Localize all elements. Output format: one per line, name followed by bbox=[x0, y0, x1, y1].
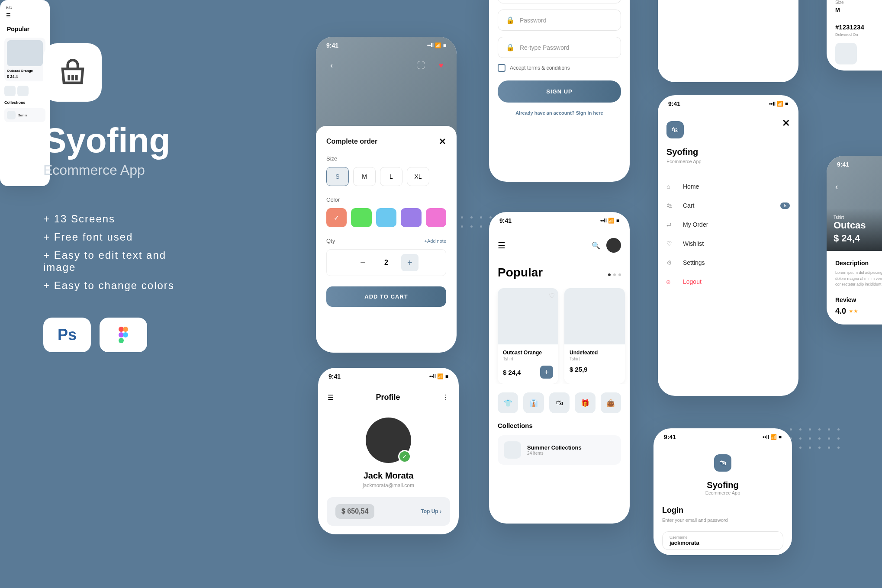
add-note-link[interactable]: +Add note bbox=[425, 238, 446, 244]
phone-login: 9:41 ••ll 📶 ■ 🛍 Syofing Ecommerce App Lo… bbox=[653, 428, 792, 555]
qty-label: Qty bbox=[326, 238, 335, 244]
popover-title: Popular bbox=[7, 26, 43, 32]
phone-cart: Blue Light Watch Accecories $ 56,2 Skull… bbox=[658, 0, 798, 82]
menu-item-order[interactable]: ⇄My Order bbox=[658, 215, 798, 234]
photoshop-badge: Ps bbox=[43, 318, 91, 352]
retype-placeholder: Re-type Password bbox=[520, 44, 569, 51]
swap-icon: ⇄ bbox=[666, 221, 675, 228]
cart-item[interactable]: Skull Peace Tshirt $ 21,1 bbox=[731, 0, 794, 4]
order-sheet: Complete order ✕ Size S M L XL Color ✓ Q… bbox=[316, 126, 457, 317]
search-icon[interactable]: 🔍 bbox=[592, 241, 600, 250]
collection-card[interactable]: Summer Collections 24 items bbox=[498, 435, 621, 465]
cart-badge: 5 bbox=[780, 202, 790, 209]
username-field[interactable]: Username jackmorata bbox=[662, 531, 783, 550]
menu-item-cart[interactable]: 🛍Cart5 bbox=[658, 196, 798, 215]
login-logo: 🛍 bbox=[714, 454, 731, 472]
collection-name: Summer Collections bbox=[527, 444, 582, 451]
pagination-dots bbox=[608, 273, 621, 276]
popular-title: Popular bbox=[489, 261, 551, 288]
login-brand: Syofing bbox=[653, 480, 792, 490]
product-category: Tshirt bbox=[570, 357, 620, 361]
category-icon[interactable]: 🎁 bbox=[575, 392, 595, 413]
username-label: Username bbox=[670, 535, 776, 540]
cart-item[interactable]: Blue Light Watch Accecories $ 56,2 bbox=[663, 0, 725, 4]
signin-link-row: Already have an account? Sign in here bbox=[498, 110, 621, 116]
category-icon[interactable]: 👕 bbox=[498, 392, 518, 413]
menu-item-home[interactable]: ⌂Home bbox=[658, 177, 798, 196]
product-card[interactable]: Undefeated Tshirt $ 25,9 bbox=[564, 288, 625, 384]
qty-minus-button[interactable]: − bbox=[354, 254, 371, 271]
add-to-cart-button[interactable]: ADD TO CART bbox=[326, 286, 446, 307]
category-icon[interactable] bbox=[4, 86, 16, 96]
color-swatch[interactable] bbox=[376, 208, 396, 227]
tool-badges: Ps bbox=[43, 318, 195, 352]
menu-item-settings[interactable]: ⚙Settings bbox=[658, 253, 798, 272]
size-value: M bbox=[827, 5, 882, 15]
color-swatch[interactable] bbox=[401, 208, 421, 227]
phone-popular: 9:41 ••ll 📶 ■ ☰ 🔍 Popular ♡ Outcast Oran… bbox=[489, 212, 630, 524]
back-button[interactable]: ‹ bbox=[325, 58, 338, 72]
color-swatch[interactable]: ✓ bbox=[326, 208, 347, 227]
profile-title: Profile bbox=[376, 393, 400, 402]
close-icon[interactable]: ✕ bbox=[782, 118, 790, 129]
login-subtitle: Ecommerce App bbox=[653, 490, 792, 495]
size-option-xl[interactable]: XL bbox=[407, 167, 429, 186]
email-field[interactable]: @ Email bbox=[498, 0, 621, 3]
retype-password-field[interactable]: 🔒 Re-type Password bbox=[498, 37, 621, 58]
menu-item-wishlist[interactable]: ♡Wishlist bbox=[658, 234, 798, 253]
password-field[interactable]: 🔒 Password bbox=[498, 10, 621, 31]
status-bar: 9:41 ••ll 📶 ■ bbox=[316, 37, 457, 54]
order-status: Delivered On bbox=[827, 32, 882, 37]
menu-icon[interactable]: ☰ bbox=[498, 240, 505, 251]
size-option-m[interactable]: M bbox=[353, 167, 376, 186]
color-swatch[interactable] bbox=[351, 208, 371, 227]
back-button[interactable]: ‹ bbox=[835, 182, 838, 192]
expand-icon[interactable]: ⛶ bbox=[414, 58, 428, 72]
status-bar: 9:41 ••ll 📶 ■ bbox=[653, 428, 792, 446]
heart-icon[interactable]: ♡ bbox=[549, 292, 555, 300]
category-icon[interactable] bbox=[17, 86, 29, 96]
login-title: Login bbox=[653, 506, 792, 517]
terms-checkbox[interactable] bbox=[498, 64, 505, 72]
star-icons: ★★ bbox=[849, 308, 858, 314]
color-swatch[interactable] bbox=[426, 208, 446, 227]
menu-subtitle: Ecommerce App bbox=[658, 159, 798, 177]
menu-item-logout[interactable]: ⎋Logout bbox=[658, 272, 798, 291]
size-option-l[interactable]: L bbox=[380, 167, 402, 186]
menu-logo: 🛍 bbox=[666, 121, 684, 138]
signin-link[interactable]: Sign in here bbox=[576, 110, 603, 116]
order-id: #1231234 bbox=[827, 15, 882, 32]
size-option-s[interactable]: S bbox=[326, 167, 349, 186]
rating-value: 4.0 bbox=[835, 307, 846, 316]
heart-icon[interactable]: ♥ bbox=[434, 58, 448, 72]
avatar[interactable] bbox=[606, 238, 621, 253]
username-value: jackmorata bbox=[670, 540, 776, 546]
category-icon[interactable]: 🛍 bbox=[549, 392, 570, 413]
collection-image bbox=[504, 441, 521, 459]
collection-card[interactable]: Summ bbox=[4, 108, 45, 122]
topup-link[interactable]: Top Up › bbox=[421, 508, 441, 514]
color-label: Color bbox=[326, 196, 446, 203]
gear-icon: ⚙ bbox=[666, 259, 675, 266]
menu-icon[interactable]: ☰ bbox=[328, 393, 334, 402]
product-card[interactable]: ♡ Outcast Orange Tshirt $ 24,4 + bbox=[498, 288, 558, 384]
popover-product[interactable]: Outcast Orange $ 24,4 bbox=[4, 38, 45, 81]
product-hero: 9:41 ‹ Tshirt Outcas $ 24,4 bbox=[827, 156, 882, 251]
lock-icon: 🔒 bbox=[506, 16, 515, 24]
profile-avatar[interactable]: ✓ bbox=[366, 418, 411, 463]
login-description: Enter your email and password bbox=[653, 517, 792, 531]
product-price: $ 25,9 bbox=[570, 366, 588, 373]
category-icon[interactable]: 👔 bbox=[523, 392, 544, 413]
close-icon[interactable]: ✕ bbox=[439, 136, 446, 147]
features-list: + 13 Screens + Free font used + Easy to … bbox=[43, 213, 195, 292]
more-icon[interactable]: ⋮ bbox=[442, 393, 449, 402]
feature-item: + Easy to change colors bbox=[43, 280, 195, 292]
add-button[interactable]: + bbox=[540, 366, 553, 379]
product-image bbox=[564, 288, 625, 344]
qty-plus-button[interactable]: + bbox=[401, 254, 418, 271]
category-icon[interactable]: 👜 bbox=[601, 392, 621, 413]
feature-item: + Free font used bbox=[43, 231, 195, 243]
phone-profile: 9:41 ••ll 📶 ■ ☰ Profile ⋮ ✓ Jack Morata … bbox=[318, 368, 459, 534]
svg-point-3 bbox=[123, 332, 128, 337]
signup-button[interactable]: SIGN UP bbox=[498, 80, 621, 103]
